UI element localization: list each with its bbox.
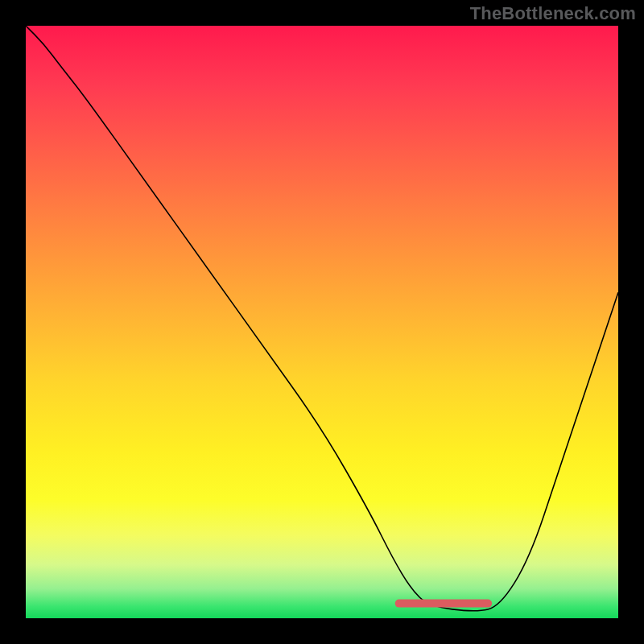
attribution-text: TheBottleneck.com — [470, 3, 636, 24]
curve-line — [26, 26, 618, 611]
chart-frame: TheBottleneck.com — [0, 0, 644, 644]
plot-area — [26, 26, 618, 618]
chart-svg — [26, 26, 618, 618]
